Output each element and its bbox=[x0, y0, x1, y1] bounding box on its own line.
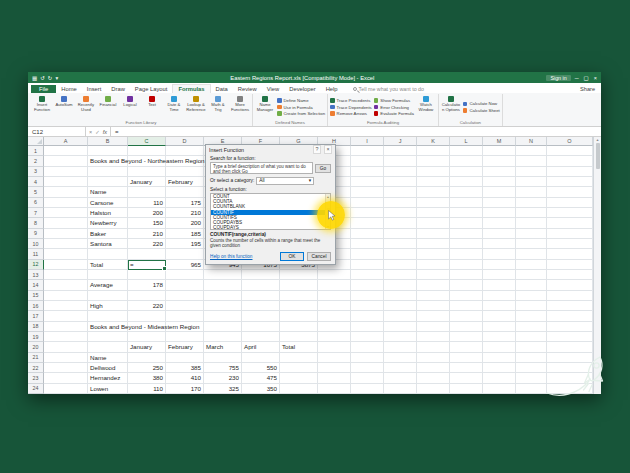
cell-C13[interactable] bbox=[128, 270, 166, 280]
ribbon-insert-function-button[interactable]: Insert Function bbox=[32, 94, 52, 120]
cell-I17[interactable] bbox=[351, 311, 384, 321]
cell-L3[interactable] bbox=[450, 167, 483, 177]
cell-E20[interactable]: March bbox=[204, 342, 242, 352]
cell-L23[interactable] bbox=[450, 373, 483, 383]
cell-D15[interactable] bbox=[166, 291, 204, 301]
cell-O9[interactable] bbox=[547, 229, 593, 239]
cell-I1[interactable] bbox=[351, 146, 384, 156]
cell-A16[interactable] bbox=[44, 301, 88, 311]
cell-J23[interactable] bbox=[384, 373, 417, 383]
cell-O12[interactable] bbox=[547, 260, 593, 270]
cell-I6[interactable] bbox=[351, 198, 384, 208]
cell-A19[interactable] bbox=[44, 332, 88, 342]
cell-J14[interactable] bbox=[384, 280, 417, 290]
tab-draw[interactable]: Draw bbox=[106, 85, 130, 94]
cell-K23[interactable] bbox=[417, 373, 450, 383]
cell-K14[interactable] bbox=[417, 280, 450, 290]
share-button[interactable]: Share bbox=[580, 86, 595, 94]
cell-E21[interactable] bbox=[204, 353, 242, 363]
cell-M6[interactable] bbox=[483, 198, 516, 208]
cell-L5[interactable] bbox=[450, 187, 483, 197]
cell-E18[interactable] bbox=[204, 322, 242, 332]
cell-D3[interactable] bbox=[166, 167, 204, 177]
name-box[interactable]: C12 bbox=[28, 127, 86, 136]
ribbon-trace-dependents-button[interactable]: Trace Dependents bbox=[330, 105, 372, 110]
cell-C6[interactable]: 110 bbox=[128, 198, 166, 208]
cell-C12[interactable]: = bbox=[128, 260, 166, 270]
row-header-1[interactable]: 1 bbox=[28, 146, 44, 156]
cell-L14[interactable] bbox=[450, 280, 483, 290]
ribbon-math-trig-button[interactable]: Math & Trig bbox=[208, 94, 228, 120]
cell-C23[interactable]: 380 bbox=[128, 373, 166, 383]
undo-icon[interactable]: ↺ bbox=[40, 75, 45, 81]
cell-K18[interactable] bbox=[417, 322, 450, 332]
row-header-12[interactable]: 12 bbox=[28, 260, 44, 270]
ribbon-use-in-formula-button[interactable]: Use in Formula bbox=[277, 105, 325, 110]
cell-O5[interactable] bbox=[547, 187, 593, 197]
cell-J6[interactable] bbox=[384, 198, 417, 208]
cell-F22[interactable]: 550 bbox=[242, 363, 280, 373]
row-header-5[interactable]: 5 bbox=[28, 187, 44, 197]
cell-C1[interactable] bbox=[128, 146, 166, 156]
cell-J12[interactable] bbox=[384, 260, 417, 270]
cell-K12[interactable] bbox=[417, 260, 450, 270]
cell-K9[interactable] bbox=[417, 229, 450, 239]
cell-A8[interactable] bbox=[44, 218, 88, 228]
cell-C10[interactable]: 220 bbox=[128, 239, 166, 249]
cell-K16[interactable] bbox=[417, 301, 450, 311]
cell-M12[interactable] bbox=[483, 260, 516, 270]
formula-input[interactable]: = bbox=[111, 129, 601, 135]
cell-M5[interactable] bbox=[483, 187, 516, 197]
cell-H13[interactable] bbox=[318, 270, 351, 280]
ribbon-error-checking-button[interactable]: Error Checking bbox=[374, 105, 414, 110]
cell-L24[interactable] bbox=[450, 384, 483, 394]
row-header-14[interactable]: 14 bbox=[28, 280, 44, 290]
row-header-20[interactable]: 20 bbox=[28, 342, 44, 352]
cell-I19[interactable] bbox=[351, 332, 384, 342]
cell-A10[interactable] bbox=[44, 239, 88, 249]
cell-I16[interactable] bbox=[351, 301, 384, 311]
go-button[interactable]: Go bbox=[315, 164, 331, 173]
function-item-coupdays[interactable]: COUPDAYS bbox=[211, 225, 330, 230]
ribbon-lookup-reference-button[interactable]: Lookup & Reference bbox=[186, 94, 206, 120]
ribbon-evaluate-formula-button[interactable]: Evaluate Formula bbox=[374, 111, 414, 116]
cell-B15[interactable] bbox=[88, 291, 128, 301]
cell-D8[interactable]: 200 bbox=[166, 218, 204, 228]
cell-C8[interactable]: 150 bbox=[128, 218, 166, 228]
minimize-button[interactable]: ─ bbox=[575, 75, 579, 81]
cell-B22[interactable]: Dellwood bbox=[88, 363, 128, 373]
row-header-8[interactable]: 8 bbox=[28, 218, 44, 228]
function-search-input[interactable]: Type a brief description of what you wan… bbox=[210, 162, 313, 174]
cell-N6[interactable] bbox=[516, 198, 547, 208]
cell-N14[interactable] bbox=[516, 280, 547, 290]
cell-K6[interactable] bbox=[417, 198, 450, 208]
cell-I5[interactable] bbox=[351, 187, 384, 197]
cell-O7[interactable] bbox=[547, 208, 593, 218]
row-header-13[interactable]: 13 bbox=[28, 270, 44, 280]
dialog-help-icon[interactable]: ? bbox=[313, 145, 321, 154]
cell-B2[interactable]: Books and Beyond - Northeastern Region bbox=[88, 156, 128, 166]
cell-B18[interactable]: Books and Beyond - Mideastern Region bbox=[88, 322, 128, 332]
cell-B9[interactable]: Baker bbox=[88, 229, 128, 239]
cell-A18[interactable] bbox=[44, 322, 88, 332]
cell-B21[interactable]: Name bbox=[88, 353, 128, 363]
row-header-6[interactable]: 6 bbox=[28, 198, 44, 208]
cell-B11[interactable] bbox=[88, 249, 128, 259]
column-header-D[interactable]: D bbox=[166, 137, 204, 146]
cell-B12[interactable]: Total bbox=[88, 260, 128, 270]
cell-C16[interactable]: 220 bbox=[128, 301, 166, 311]
ribbon-financial-button[interactable]: Financial bbox=[98, 94, 118, 120]
row-header-21[interactable]: 21 bbox=[28, 353, 44, 363]
row-header-3[interactable]: 3 bbox=[28, 167, 44, 177]
column-header-A[interactable]: A bbox=[44, 137, 88, 146]
cell-A21[interactable] bbox=[44, 353, 88, 363]
close-button[interactable]: × bbox=[594, 75, 597, 81]
ribbon-calculate-sheet-button[interactable]: Calculate Sheet bbox=[463, 108, 500, 113]
cell-A1[interactable] bbox=[44, 146, 88, 156]
sign-in-button[interactable]: Sign in bbox=[546, 75, 570, 81]
cell-M11[interactable] bbox=[483, 249, 516, 259]
cell-H22[interactable] bbox=[318, 363, 351, 373]
cell-C7[interactable]: 200 bbox=[128, 208, 166, 218]
cell-M2[interactable] bbox=[483, 156, 516, 166]
cell-N7[interactable] bbox=[516, 208, 547, 218]
